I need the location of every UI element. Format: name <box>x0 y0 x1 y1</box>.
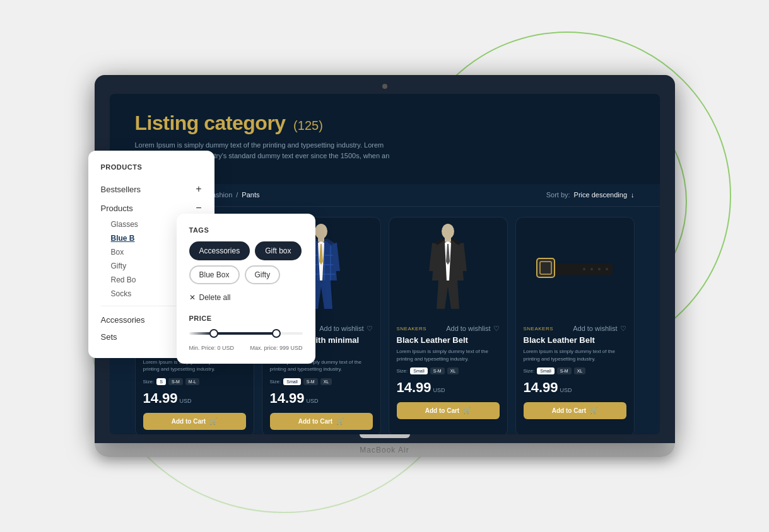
product-name-3: Black Leather Belt <box>397 335 500 346</box>
add-to-cart-label-4: Add to Cart <box>552 407 586 414</box>
size-row-2: Size: Small S-M XL <box>270 378 373 385</box>
product-info-3: SNEAKERS Add to wishlist ♡ Black Leather… <box>389 318 507 435</box>
currency-4: USD <box>560 387 572 393</box>
tag-gifty[interactable]: Gifty <box>245 265 281 284</box>
sort-arrow-icon[interactable]: ↓ <box>631 191 635 199</box>
product-category-row-3: SNEAKERS Add to wishlist ♡ <box>397 325 500 333</box>
wishlist-btn-4[interactable]: Add to wishlist ♡ <box>573 325 626 333</box>
delete-all-button[interactable]: ✕ Delete all <box>189 289 303 306</box>
breadcrumb-pants[interactable]: Pants <box>242 191 259 199</box>
size-row-1: Size: S S-M M-L <box>143 378 246 385</box>
heart-icon-4: ♡ <box>620 325 626 333</box>
heart-icon-3: ♡ <box>493 325 500 333</box>
tag-giftbox[interactable]: Gift box <box>255 241 301 260</box>
wishlist-label-2: Add to wishlist <box>319 325 363 332</box>
size-xl-4[interactable]: XL <box>574 367 586 374</box>
add-to-cart-4[interactable]: Add to Cart 🛒 <box>524 402 626 419</box>
sidebar-section-title: PRODUCTS <box>101 163 202 171</box>
size-sm-1[interactable]: S-M <box>168 378 183 385</box>
svg-point-18 <box>598 268 601 270</box>
size-label-2: Size: <box>270 379 281 385</box>
outline-tags-row: Blue Box Gifty <box>189 265 303 284</box>
cart-icon-2: 🛒 <box>336 418 344 425</box>
product-category-4: SNEAKERS <box>524 326 554 332</box>
price-thumb-max[interactable] <box>272 329 281 338</box>
tag-accessories[interactable]: Accessories <box>189 241 250 260</box>
svg-point-11 <box>442 224 454 239</box>
page-title: Listing category (125) <box>135 112 635 135</box>
price-slider[interactable] <box>189 332 303 335</box>
product-image-4 <box>516 217 634 318</box>
price-row-2: 14.99 USD <box>270 390 373 407</box>
price-1: 14.99 <box>143 390 178 407</box>
cart-icon-4: 🛒 <box>590 407 597 414</box>
product-desc-3: Lorem Ipsum is simply dummy text of the … <box>397 348 500 362</box>
cart-icon-1: 🛒 <box>209 418 217 425</box>
price-row-1: 14.99 USD <box>143 390 246 407</box>
tags-title: TAGS <box>189 226 303 234</box>
size-sm-4[interactable]: S-M <box>557 367 572 374</box>
laptop-base: MacBook Air <box>95 443 675 457</box>
add-to-cart-1[interactable]: Add to Cart 🛒 <box>143 413 246 430</box>
sort-area: Sort by: Price descending ↓ <box>546 191 635 199</box>
laptop-brand-label: MacBook Air <box>360 446 409 454</box>
product-card-3: SNEAKERS Add to wishlist ♡ Black Leather… <box>389 217 508 435</box>
tags-panel: TAGS Accessories Gift box Blue Box Gifty… <box>177 214 315 364</box>
tag-bluebox[interactable]: Blue Box <box>189 265 240 284</box>
size-small-3[interactable]: Small <box>410 367 428 374</box>
svg-point-2 <box>315 224 327 239</box>
size-row-4: Size: Small S-M XL <box>524 367 626 374</box>
size-small-2[interactable]: Small <box>283 378 301 385</box>
size-sm-2[interactable]: S-M <box>303 378 318 385</box>
add-to-cart-3[interactable]: Add to Cart 🛒 <box>397 402 500 419</box>
size-label-3: Size: <box>397 368 408 374</box>
delete-all-label: Delete all <box>199 293 231 302</box>
min-price-label: Min. Price: 0 USD <box>189 345 235 351</box>
black-suit-image <box>423 224 473 312</box>
price-section-title: PRICE <box>189 315 303 322</box>
laptop-camera <box>382 84 387 89</box>
sidebar-item-bestsellers[interactable]: Bestsellers + <box>101 180 202 199</box>
sort-by-label: Sort by: <box>546 191 570 199</box>
add-to-cart-2[interactable]: Add to Cart 🛒 <box>270 413 373 430</box>
sidebar-accessories-label: Accessories <box>101 315 145 325</box>
wishlist-btn-3[interactable]: Add to wishlist ♡ <box>446 325 499 333</box>
wishlist-label-4: Add to wishlist <box>573 325 617 332</box>
size-row-3: Size: Small S-M XL <box>397 367 500 374</box>
sidebar-bestsellers-label: Bestsellers <box>101 185 141 194</box>
size-sm-3[interactable]: S-M <box>430 367 445 374</box>
product-category-3: SNEAKERS <box>397 326 427 332</box>
heart-icon-2: ♡ <box>367 325 373 333</box>
active-tags-row: Accessories Gift box <box>189 241 303 260</box>
svg-point-19 <box>606 268 608 270</box>
max-price-label: Max. price: 999 USD <box>250 345 302 351</box>
minus-icon: − <box>196 202 201 214</box>
size-label-4: Size: <box>524 368 535 374</box>
listing-count: (125) <box>293 119 323 132</box>
size-xl-3[interactable]: XL <box>447 367 459 374</box>
svg-point-17 <box>590 268 593 270</box>
sidebar-products-label: Products <box>101 204 133 213</box>
plus-icon: + <box>196 183 201 195</box>
currency-1: USD <box>180 398 192 404</box>
product-card-4: SNEAKERS Add to wishlist ♡ Black Leather… <box>515 217 635 435</box>
product-desc-4: Lorem Ipsum is simply dummy text of the … <box>524 348 626 362</box>
listing-category-title: Listing category <box>135 112 286 134</box>
product-info-4: SNEAKERS Add to wishlist ♡ Black Leather… <box>516 318 634 435</box>
product-image-3 <box>389 217 507 318</box>
add-to-cart-label-3: Add to Cart <box>425 407 459 414</box>
sort-value: Price descending <box>574 191 627 199</box>
size-ml-1[interactable]: M-L <box>185 378 199 385</box>
close-icon: ✕ <box>189 293 196 302</box>
wishlist-btn-2[interactable]: Add to wishlist ♡ <box>319 325 372 333</box>
price-labels: Min. Price: 0 USD Max. price: 999 USD <box>189 345 303 351</box>
currency-3: USD <box>433 387 445 393</box>
product-category-row-4: SNEAKERS Add to wishlist ♡ <box>524 325 626 333</box>
size-small-4[interactable]: Small <box>537 367 555 374</box>
size-xl-2[interactable]: XL <box>320 378 332 385</box>
price-4: 14.99 <box>524 379 558 396</box>
laptop: PRODUCTS Bestsellers + Products − Glasse… <box>95 75 675 457</box>
size-s-1[interactable]: S <box>156 378 166 385</box>
breadcrumb-sep-2: / <box>236 191 238 199</box>
price-thumb-min[interactable] <box>209 329 218 338</box>
